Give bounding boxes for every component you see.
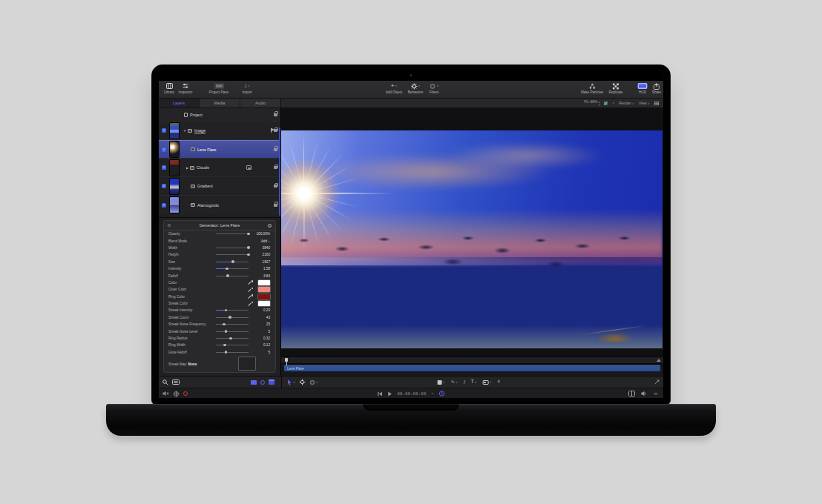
eyedropper-icon[interactable] — [249, 280, 253, 285]
make-particles-button[interactable]: Make Particles — [581, 82, 603, 94]
slider-thumb[interactable] — [225, 330, 228, 333]
property-slider[interactable] — [216, 248, 249, 248]
slider-thumb[interactable] — [226, 274, 229, 277]
color-swatch[interactable] — [258, 280, 270, 285]
property-value[interactable]: 5 — [268, 351, 270, 354]
slider-thumb[interactable] — [223, 344, 226, 347]
bezier-tool[interactable]: ∿∨ — [451, 379, 458, 384]
property-value[interactable]: 5 — [268, 330, 270, 334]
layers-scrollbar[interactable] — [279, 127, 280, 216]
timeline-clip-bar[interactable]: Lens Flare — [284, 365, 660, 371]
property-slider[interactable] — [216, 317, 249, 318]
slider-thumb[interactable] — [225, 309, 228, 312]
property-slider[interactable] — [216, 268, 249, 269]
property-value[interactable]: 100.00% — [256, 232, 270, 236]
eyedropper-icon[interactable] — [249, 294, 253, 299]
layer-row-gradient[interactable]: ✓ Gradient — [159, 177, 280, 196]
zoom-tool-icon[interactable] — [162, 379, 168, 385]
text-tool[interactable]: T∨ — [471, 379, 477, 384]
lock-icon[interactable] — [274, 204, 277, 207]
filters-button[interactable]: ∨ Filters — [430, 82, 439, 94]
color-swatch[interactable] — [258, 294, 270, 299]
property-value[interactable]: 25 — [266, 322, 270, 326]
chevron-down-icon[interactable]: ∨ — [432, 392, 434, 395]
property-slider[interactable] — [216, 331, 249, 332]
activation-checkbox[interactable]: ✓ — [162, 184, 166, 188]
slider-thumb[interactable] — [247, 246, 250, 249]
eyedropper-icon[interactable] — [249, 302, 253, 306]
render-menu[interactable]: Render ∨ — [619, 101, 634, 105]
replicate-button[interactable]: Replicate — [608, 82, 622, 94]
audio-mute-icon[interactable] — [162, 391, 169, 397]
line-tool[interactable]: / — [464, 379, 465, 385]
lock-icon[interactable] — [274, 148, 277, 151]
property-value[interactable]: 3.84 — [263, 274, 270, 278]
layer-row-alamogordo[interactable]: ✓ Alamogordo — [159, 196, 280, 214]
add-object-button[interactable]: + ∨ Add Object — [386, 82, 403, 94]
layer-row-image[interactable]: ✓ ▼ Image — [159, 122, 280, 140]
timeline-ruler[interactable] — [281, 357, 663, 364]
share-button[interactable]: Share — [652, 82, 661, 94]
link-keyframe-icon[interactable] — [173, 391, 180, 397]
playhead[interactable] — [285, 358, 288, 362]
property-slider[interactable] — [216, 262, 249, 262]
view-menu[interactable]: View ∨ — [639, 101, 650, 105]
property-value[interactable]: 0.32 — [263, 336, 270, 340]
rectangle-mask-icon[interactable] — [251, 380, 257, 385]
slider-thumb[interactable] — [247, 233, 250, 236]
color-swatch[interactable] — [258, 287, 270, 292]
library-button[interactable]: Library — [164, 82, 174, 94]
record-animation-button[interactable] — [183, 391, 188, 396]
film-view-icon[interactable] — [628, 391, 635, 397]
property-slider[interactable] — [216, 310, 249, 311]
image-well[interactable] — [238, 357, 256, 371]
slider-thumb[interactable] — [226, 268, 228, 271]
play-button[interactable] — [388, 391, 392, 397]
disclosure-triangle-icon[interactable]: ▼ — [183, 129, 186, 133]
canvas[interactable] — [281, 108, 663, 357]
slider-thumb[interactable] — [228, 316, 231, 319]
activation-checkbox[interactable]: ✓ — [162, 203, 166, 208]
property-slider[interactable] — [216, 276, 249, 276]
property-slider[interactable] — [216, 233, 249, 234]
go-to-start-button[interactable] — [378, 391, 383, 397]
resize-handle-icon[interactable] — [654, 379, 660, 385]
property-value[interactable]: 2160 — [263, 253, 270, 256]
slider-thumb[interactable] — [225, 351, 228, 354]
slider-thumb[interactable] — [231, 260, 234, 263]
adjust-tool-gear-icon[interactable] — [299, 379, 306, 385]
lock-icon[interactable] — [274, 129, 277, 132]
info-icon[interactable]: i — [268, 224, 272, 228]
layer-row-project[interactable]: Project — [159, 108, 280, 122]
behaviors-button[interactable]: ∨ Behaviors — [408, 82, 423, 94]
import-button[interactable]: ↓ ∨ Import — [242, 82, 251, 94]
loop-icon[interactable]: ∞ — [654, 391, 657, 396]
layout-grid-icon[interactable] — [654, 102, 659, 105]
circle-mask-icon[interactable] — [260, 380, 265, 385]
3d-group-icon[interactable] — [269, 379, 274, 385]
inspector-button[interactable]: Inspector — [179, 82, 193, 94]
property-value[interactable]: 0.12 — [263, 343, 270, 347]
property-slider[interactable] — [216, 254, 249, 255]
hud-button[interactable]: HUD — [638, 82, 648, 94]
activation-checkbox[interactable]: ✓ — [162, 128, 166, 133]
tab-layers[interactable]: Layers — [159, 99, 200, 107]
property-value[interactable]: 1907 — [263, 260, 270, 264]
channels-swatch-icon[interactable] — [604, 102, 608, 105]
lock-icon[interactable] — [274, 166, 277, 169]
property-value[interactable]: 1.58 — [263, 267, 270, 271]
disclosure-triangle-icon[interactable]: ▶ — [186, 166, 188, 170]
property-value[interactable]: 43 — [266, 316, 270, 319]
timecode-display[interactable]: 00:00:00:00 — [398, 391, 427, 396]
tab-media[interactable]: Media — [200, 99, 240, 107]
activation-checkbox[interactable]: ✓ — [162, 147, 166, 152]
property-value[interactable]: Add∨ — [261, 239, 270, 243]
dropper-tool[interactable]: ∨ — [309, 379, 318, 385]
fit-zoom-control[interactable]: Fit: 68% ▴▾ — [584, 99, 599, 106]
property-value[interactable]: 3840 — [263, 246, 270, 250]
slider-thumb[interactable] — [223, 323, 226, 326]
clock-icon[interactable] — [438, 391, 444, 397]
property-slider[interactable] — [216, 338, 249, 339]
property-value[interactable]: 0.20 — [263, 308, 270, 312]
eyedropper-icon[interactable] — [249, 288, 253, 292]
